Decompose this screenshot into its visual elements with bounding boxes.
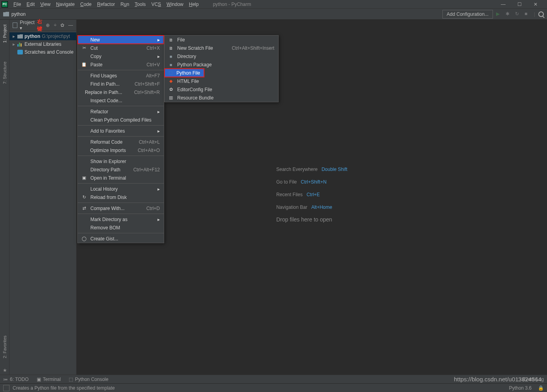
new-file[interactable]: 🗎File — [165, 36, 278, 44]
ctx-inspect-code[interactable]: Inspect Code... — [78, 96, 164, 105]
expand-arrow-icon[interactable]: ▸ — [13, 34, 16, 39]
context-submenu-new: 🗎File 🗎New Scratch FileCtrl+Alt+Shift+In… — [164, 35, 279, 102]
ctx-find-usages[interactable]: Find UsagesAlt+F7 — [78, 71, 164, 80]
library-icon — [17, 42, 23, 47]
pycharm-logo-icon: PC — [2, 1, 8, 8]
menu-vcs[interactable]: VCS — [149, 1, 163, 8]
menu-edit[interactable]: Edit — [24, 1, 37, 8]
menu-file[interactable]: File — [11, 1, 23, 8]
package-icon: ■ — [168, 62, 174, 68]
ctx-optimize-imports[interactable]: Optimize ImportsCtrl+Alt+O — [78, 146, 164, 154]
scratches-icon — [17, 50, 23, 54]
ctx-clean-python[interactable]: Clean Python Compiled Files — [78, 116, 164, 124]
settings-icon[interactable]: ✿ — [60, 23, 64, 28]
new-html-file[interactable]: ◆HTML File — [165, 77, 278, 85]
ctx-mark-directory[interactable]: Mark Directory as▸ — [78, 215, 164, 223]
titlebar: PC File Edit View Navigate Code Refactor… — [0, 0, 547, 9]
ctx-compare-with[interactable]: ⇄Compare With...Ctrl+D — [78, 204, 164, 212]
ctx-show-explorer[interactable]: Show in Explorer — [78, 157, 164, 165]
star-icon: ★ — [3, 368, 7, 373]
tab-terminal[interactable]: ▣Terminal — [37, 377, 61, 382]
tab-project[interactable]: 1: Project — [2, 23, 7, 44]
watermark: https://blog.csdn.net/u013824564 — [454, 376, 541, 383]
ctx-open-terminal[interactable]: ▣Open in Terminal — [78, 174, 164, 182]
menu-window[interactable]: Window — [164, 1, 186, 8]
ctx-add-favorites[interactable]: Add to Favorites▸ — [78, 127, 164, 135]
search-icon[interactable] — [538, 11, 544, 17]
tree-scratches[interactable]: Scratches and Console — [9, 48, 76, 56]
toolwindow-toggle-icon[interactable] — [3, 385, 9, 391]
welcome-recent-files: Recent Files — [276, 192, 303, 197]
minimize-button[interactable]: — — [501, 2, 506, 7]
close-button[interactable]: ✕ — [534, 2, 538, 7]
maximize-button[interactable]: ☐ — [517, 2, 522, 7]
collapse-icon[interactable]: ÷ — [54, 23, 56, 28]
ctx-copy[interactable]: Copy▸ — [78, 52, 164, 60]
tab-favorites[interactable]: 2: Favorites — [2, 334, 7, 360]
menu-run[interactable]: Run — [118, 1, 131, 8]
ctx-cut[interactable]: ✂CutCtrl+X — [78, 44, 164, 52]
new-scratch-file[interactable]: 🗎New Scratch FileCtrl+Alt+Shift+Insert — [165, 44, 278, 52]
shortcut: Ctrl+Shift+N — [301, 179, 326, 185]
ctx-paste[interactable]: 📋PasteCtrl+V — [78, 60, 164, 69]
github-icon: ◯ — [81, 236, 87, 242]
shortcut: Double Shift — [322, 167, 347, 172]
ctx-directory-path[interactable]: Directory PathCtrl+Alt+F12 — [78, 165, 164, 174]
new-editorconfig[interactable]: ✿EditorConfig File — [165, 85, 278, 94]
shortcut: Alt+Home — [311, 204, 332, 210]
menu-help[interactable]: Help — [187, 1, 201, 8]
status-interpreter[interactable]: Python 3.6 — [509, 385, 532, 391]
new-resource-bundle[interactable]: ▥Resource Bundle — [165, 94, 278, 102]
annotation-text: 右键 — [37, 18, 46, 32]
lock-icon[interactable]: 🔒 — [538, 385, 544, 391]
new-python-package[interactable]: ■Python Package — [165, 60, 278, 69]
menu-refactor[interactable]: Refactor — [95, 1, 117, 8]
run-icon[interactable]: ▶ — [496, 11, 502, 17]
locate-icon[interactable]: ⊕ — [46, 23, 50, 28]
ctx-reformat[interactable]: Reformat CodeCtrl+Alt+L — [78, 138, 164, 146]
hide-icon[interactable]: — — [68, 23, 73, 28]
file-icon: 🗎 — [168, 37, 174, 43]
project-tree: ▸ python G:\project\pyt ▸ External Libra… — [9, 31, 76, 58]
tab-python-console[interactable]: ⬚Python Console — [69, 377, 109, 382]
ctx-reload-disk[interactable]: ↻Reload from Disk — [78, 193, 164, 201]
debug-icon[interactable]: ✱ — [506, 11, 512, 17]
new-python-file[interactable]: ⬚Python File — [165, 69, 204, 77]
tree-root[interactable]: ▸ python G:\project\pyt — [9, 32, 76, 40]
tree-external-libraries[interactable]: ▸ External Libraries — [9, 40, 76, 48]
stop-icon[interactable]: ■ — [525, 11, 531, 17]
folder-icon: ■ — [168, 53, 174, 60]
new-directory[interactable]: ■Directory — [165, 52, 278, 60]
project-dropdown[interactable]: Project ▾ — [20, 20, 36, 31]
welcome-panel: Search EverywhereDouble Shift Go to File… — [276, 166, 347, 229]
welcome-goto-file: Go to File — [276, 179, 297, 185]
tab-structure[interactable]: 7: Structure — [2, 60, 7, 86]
ctx-new[interactable]: New▸ — [78, 36, 164, 44]
menu-code[interactable]: Code — [78, 1, 94, 8]
tree-root-name: python — [24, 34, 40, 39]
ctx-refactor[interactable]: Refactor▸ — [78, 107, 164, 116]
reload-icon: ↻ — [81, 194, 87, 201]
status-description: Creates a Python file from the specified… — [13, 385, 115, 391]
welcome-search-everywhere: Search Everywhere — [276, 167, 318, 172]
menu-view[interactable]: View — [38, 1, 53, 8]
ctx-replace-in-path[interactable]: Replace in Path...Ctrl+Shift+R — [78, 88, 164, 96]
paste-icon: 📋 — [81, 62, 87, 68]
html-icon: ◆ — [168, 78, 174, 84]
folder-icon — [3, 12, 9, 17]
menu-tools[interactable]: Tools — [132, 1, 148, 8]
tab-todo[interactable]: ≔6: TODO — [3, 377, 29, 382]
ctx-find-in-path[interactable]: Find in Path...Ctrl+Shift+F — [78, 80, 164, 88]
menu-navigate[interactable]: Navigate — [54, 1, 77, 8]
coverage-icon[interactable]: ↻ — [515, 11, 521, 17]
ctx-remove-bom[interactable]: Remove BOM — [78, 223, 164, 232]
ctx-local-history[interactable]: Local History▸ — [78, 185, 164, 193]
ctx-create-gist[interactable]: ◯Create Gist... — [78, 234, 164, 243]
terminal-icon: ▣ — [37, 377, 41, 382]
context-menu: New▸ ✂CutCtrl+X Copy▸ 📋PasteCtrl+V Find … — [77, 35, 164, 243]
breadcrumb-project[interactable]: python — [11, 11, 26, 17]
add-configuration-button[interactable]: Add Configuration... — [442, 10, 493, 19]
menubar: File Edit View Navigate Code Refactor Ru… — [11, 1, 201, 8]
expand-arrow-icon[interactable]: ▸ — [13, 41, 16, 47]
navbar: python Add Configuration... ▶ ✱ ↻ ■ | — [0, 9, 547, 20]
